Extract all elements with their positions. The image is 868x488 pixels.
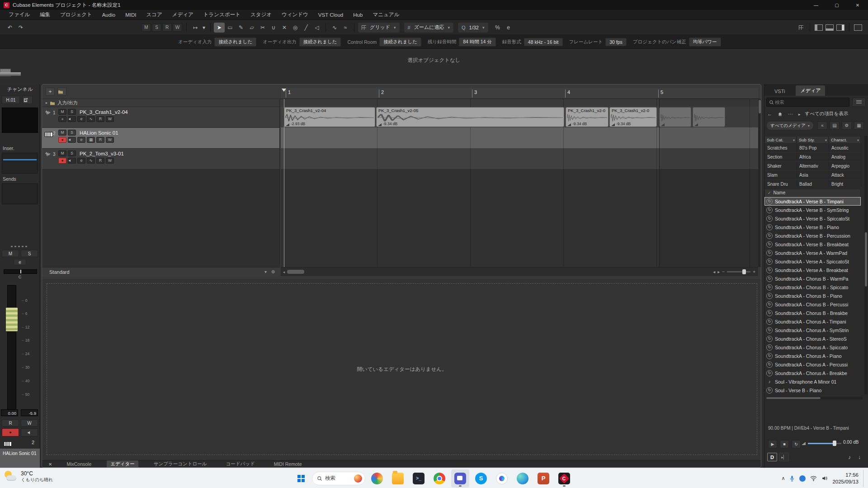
minimize-button[interactable]: — [806, 0, 826, 10]
play-tool-icon[interactable]: ◁ [311, 23, 322, 33]
inserts-box[interactable] [2, 153, 38, 174]
hscroll-thumb[interactable] [287, 270, 304, 274]
Soul - Verse B - Piano[interactable]: Soul - Verse B - Piano [764, 386, 861, 394]
pan-control[interactable] [4, 269, 37, 274]
track-name[interactable]: PK_2_Tom3_v3-01 [80, 151, 124, 156]
track-edit-button[interactable]: e [77, 116, 85, 122]
track-read-button[interactable]: R [96, 158, 104, 164]
app-powerpoint-icon[interactable]: P [534, 469, 552, 488]
result-layout-icon[interactable] [852, 98, 866, 107]
channel-preset-button[interactable]: H.01 [2, 96, 20, 104]
quantize-panel-icon[interactable]: e [503, 23, 514, 33]
channel-solo-button[interactable]: S [21, 250, 38, 257]
track-solo-button[interactable]: S [68, 150, 76, 156]
mute-all-button[interactable]: M [142, 23, 151, 32]
app-file-explorer-icon[interactable] [389, 469, 407, 488]
menu-item[interactable]: Audio [97, 10, 120, 19]
undo-icon[interactable]: ↶ [5, 23, 15, 33]
PK_3_Crash1_v2-05[interactable]: PK_3_Crash1_v2-05 -9.34 dB [376, 107, 564, 127]
quantize-dropdown[interactable]: Q 1/32 [458, 22, 489, 33]
back-icon[interactable]: ← [766, 111, 773, 117]
status-item[interactable]: オーディオ入力 接続されました [178, 38, 256, 47]
channel-write-button[interactable]: W [21, 419, 38, 427]
track-row-audio-3[interactable]: 3 M S PK_2_Tom3_v3-01 ● e R W [42, 149, 279, 169]
app-skype-icon[interactable]: S [472, 469, 490, 488]
track-edit-button[interactable]: e [77, 158, 85, 164]
right-zone-tab[interactable]: VSTi [770, 87, 789, 96]
audio-event[interactable] [659, 107, 691, 127]
menu-item[interactable]: ウィンドウ [277, 10, 313, 19]
iterative-quantize-icon[interactable]: % [492, 23, 503, 33]
track-lane-icon[interactable] [87, 116, 95, 122]
SoundtrackA - Chorus B - Breakbe[interactable]: SoundtrackA - Chorus B - Breakbe [764, 309, 861, 317]
zone-preset-label[interactable]: Standard [49, 269, 70, 275]
PK_3_Crash1_v2-0[interactable]: PK_3_Crash1_v2-0 -9.34 dB [609, 107, 657, 127]
SoundtrackA - Chorus A - StereoS[interactable]: SoundtrackA - Chorus A - StereoS [764, 334, 861, 343]
track-monitor-button[interactable] [68, 116, 76, 122]
channel-settings-icon[interactable] [23, 96, 33, 104]
track-solo-button[interactable]: S [68, 130, 76, 136]
preview-play-icon[interactable] [768, 440, 777, 448]
SoundtrackA - Verse B - Percussion[interactable]: SoundtrackA - Verse B - Percussion [764, 231, 861, 240]
breadcrumb-label[interactable]: すべての項目を表示 [805, 111, 849, 117]
maximize-button[interactable]: ▢ [826, 0, 847, 10]
SoundtrackA - Chorus B - Percussi[interactable]: SoundtrackA - Chorus B - Percussi [764, 300, 861, 309]
left-zone-toggle-icon[interactable] [813, 23, 824, 33]
filter-value[interactable]: Ballad [797, 180, 829, 187]
filter-browser-icon[interactable]: ▦ [854, 122, 864, 130]
media-search-box[interactable] [766, 98, 849, 107]
track-lane-icon[interactable] [87, 137, 95, 143]
event-volume-icon[interactable] [567, 123, 571, 126]
SoundtrackA - Verse A - Breakbeat[interactable]: SoundtrackA - Verse A - Breakbeat [764, 266, 861, 274]
SoundtrackA - Verse A - WarmPad[interactable]: SoundtrackA - Verse A - WarmPad [764, 249, 861, 257]
breadcrumb-caret-icon[interactable] [797, 111, 802, 117]
tray-overflow-icon[interactable] [781, 475, 785, 481]
right-zone-tab[interactable]: メディア [796, 85, 825, 96]
event-volume-icon[interactable] [661, 123, 665, 126]
window-layout-icon[interactable] [853, 23, 863, 33]
menu-item[interactable]: VST Cloud [313, 10, 348, 19]
glue-tool-icon[interactable]: ∪ [268, 23, 279, 33]
preview-autoplay-icon[interactable] [779, 453, 789, 461]
range-selection-tool-icon[interactable]: ▭ [225, 23, 236, 33]
zoom-slider[interactable] [727, 271, 750, 272]
split-tool-icon[interactable]: ✂ [257, 23, 268, 33]
character-header[interactable]: Charact. [829, 136, 861, 144]
SoundtrackA - Verse A - SpiccatoSt[interactable]: SoundtrackA - Verse A - SpiccatoSt [764, 257, 861, 266]
PK_3_Crash1_v2-04[interactable]: PK_3_Crash1_v2-04 -2.93 dB [284, 107, 375, 127]
app-terminal-icon[interactable]: >_ [410, 469, 428, 488]
app-cubase-icon[interactable]: C [555, 469, 573, 488]
scroll-left-icon[interactable]: ◂ [713, 269, 715, 274]
track-monitor-button[interactable] [68, 137, 76, 143]
lower-zone-tab[interactable]: サンプラーコントロール [150, 460, 211, 468]
filter-value[interactable]: Slam [764, 171, 797, 180]
draw-tool-icon[interactable]: ✎ [236, 23, 246, 33]
menu-item[interactable]: MIDI [120, 10, 141, 19]
app-edge-icon[interactable] [514, 469, 532, 488]
track-record-button[interactable]: ● [58, 158, 66, 164]
curve-tool-icon[interactable]: ≈ [340, 23, 351, 33]
filter-value[interactable]: Arpeggio [829, 162, 861, 171]
bluetooth-device-icon[interactable] [799, 475, 806, 482]
track-name[interactable]: PK_3_Crash1_v2-04 [80, 109, 128, 115]
menu-item[interactable]: トランスポート [198, 10, 245, 19]
track-read-button[interactable]: R [96, 116, 104, 122]
track-record-button[interactable]: ● [58, 137, 66, 143]
insert-into-project-icon[interactable] [855, 453, 864, 461]
filter-reset-icon[interactable]: « [817, 122, 827, 130]
insert-note-icon[interactable] [845, 453, 854, 461]
filter-value[interactable]: Shaker [764, 162, 797, 171]
sends-box[interactable] [2, 183, 38, 204]
filter-settings-icon[interactable]: ⚙ [842, 122, 852, 130]
event-volume-icon[interactable] [286, 123, 289, 126]
track-write-button[interactable]: W [106, 116, 114, 122]
solo-all-button[interactable]: S [152, 23, 161, 32]
grid-type-dropdown[interactable]: # ズームに適応 [404, 22, 454, 33]
media-type-dropdown[interactable]: すべてのメディア [766, 121, 814, 130]
filter-value[interactable]: Acoustic [829, 144, 861, 153]
status-item[interactable]: フレームレート 30 fps [569, 38, 627, 46]
track-write-button[interactable]: W [106, 158, 114, 164]
timeline-ruler[interactable]: 12345 [281, 88, 758, 99]
SoundtrackA - Chorus A - Timpani[interactable]: SoundtrackA - Chorus A - Timpani [764, 317, 861, 326]
event-volume-icon[interactable] [611, 123, 615, 126]
